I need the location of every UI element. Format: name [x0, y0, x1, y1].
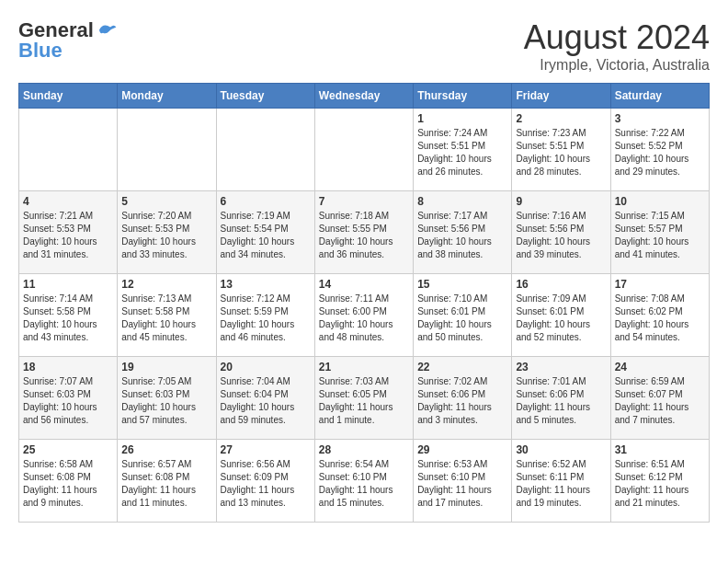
day-number: 6 — [221, 195, 311, 208]
calendar-cell: 8Sunrise: 7:17 AM Sunset: 5:56 PM Daylig… — [414, 191, 512, 274]
day-number: 11 — [23, 278, 113, 291]
calendar-cell: 10Sunrise: 7:15 AM Sunset: 5:57 PM Dayli… — [610, 191, 709, 274]
day-number: 14 — [319, 278, 409, 291]
day-info: Sunrise: 6:51 AM Sunset: 6:12 PM Dayligh… — [615, 458, 705, 510]
calendar-cell: 16Sunrise: 7:09 AM Sunset: 6:01 PM Dayli… — [512, 274, 610, 357]
location-text: Irymple, Victoria, Australia — [524, 57, 710, 74]
calendar-week-3: 11Sunrise: 7:14 AM Sunset: 5:58 PM Dayli… — [19, 274, 710, 357]
calendar-cell: 4Sunrise: 7:21 AM Sunset: 5:53 PM Daylig… — [19, 191, 118, 274]
calendar-cell: 12Sunrise: 7:13 AM Sunset: 5:58 PM Dayli… — [118, 274, 216, 357]
title-section: August 2024 Irymple, Victoria, Australia — [524, 18, 710, 74]
day-number: 26 — [121, 443, 211, 456]
day-info: Sunrise: 7:19 AM Sunset: 5:54 PM Dayligh… — [221, 210, 311, 261]
day-info: Sunrise: 6:57 AM Sunset: 6:08 PM Dayligh… — [121, 458, 211, 510]
day-info: Sunrise: 6:53 AM Sunset: 6:10 PM Dayligh… — [417, 458, 507, 510]
day-info: Sunrise: 7:16 AM Sunset: 5:56 PM Dayligh… — [516, 210, 606, 261]
calendar-cell: 6Sunrise: 7:19 AM Sunset: 5:54 PM Daylig… — [216, 191, 314, 274]
day-number: 31 — [615, 443, 705, 456]
calendar-week-2: 4Sunrise: 7:21 AM Sunset: 5:53 PM Daylig… — [19, 191, 710, 274]
day-number: 19 — [121, 361, 211, 373]
day-info: Sunrise: 7:08 AM Sunset: 6:02 PM Dayligh… — [615, 293, 705, 344]
day-info: Sunrise: 6:58 AM Sunset: 6:08 PM Dayligh… — [23, 458, 113, 510]
day-number: 15 — [417, 278, 507, 291]
calendar-cell: 26Sunrise: 6:57 AM Sunset: 6:08 PM Dayli… — [118, 440, 216, 523]
day-number: 7 — [319, 195, 409, 208]
calendar-table: SundayMondayTuesdayWednesdayThursdayFrid… — [18, 83, 710, 523]
day-info: Sunrise: 7:03 AM Sunset: 6:05 PM Dayligh… — [319, 375, 409, 427]
calendar-week-5: 25Sunrise: 6:58 AM Sunset: 6:08 PM Dayli… — [19, 440, 710, 523]
day-number: 21 — [319, 361, 409, 373]
logo-bird-icon — [96, 21, 118, 40]
calendar-cell: 13Sunrise: 7:12 AM Sunset: 5:59 PM Dayli… — [216, 274, 314, 357]
calendar-cell: 15Sunrise: 7:10 AM Sunset: 6:01 PM Dayli… — [414, 274, 512, 357]
day-info: Sunrise: 7:20 AM Sunset: 5:53 PM Dayligh… — [121, 210, 211, 261]
calendar-week-4: 18Sunrise: 7:07 AM Sunset: 6:03 PM Dayli… — [19, 357, 710, 440]
day-info: Sunrise: 7:14 AM Sunset: 5:58 PM Dayligh… — [23, 293, 113, 344]
weekday-header-sunday: Sunday — [19, 84, 118, 109]
day-number: 30 — [516, 443, 606, 456]
calendar-cell: 22Sunrise: 7:02 AM Sunset: 6:06 PM Dayli… — [414, 357, 512, 440]
calendar-cell: 27Sunrise: 6:56 AM Sunset: 6:09 PM Dayli… — [216, 440, 314, 523]
calendar-cell: 23Sunrise: 7:01 AM Sunset: 6:06 PM Dayli… — [512, 357, 610, 440]
day-info: Sunrise: 7:09 AM Sunset: 6:01 PM Dayligh… — [516, 293, 606, 344]
calendar-cell — [314, 109, 413, 191]
weekday-header-tuesday: Tuesday — [216, 84, 314, 109]
calendar-cell: 1Sunrise: 7:24 AM Sunset: 5:51 PM Daylig… — [414, 109, 512, 191]
calendar-cell: 5Sunrise: 7:20 AM Sunset: 5:53 PM Daylig… — [118, 191, 216, 274]
day-info: Sunrise: 6:52 AM Sunset: 6:11 PM Dayligh… — [516, 458, 606, 510]
day-number: 18 — [23, 361, 113, 373]
day-number: 9 — [516, 195, 606, 208]
day-number: 2 — [516, 112, 606, 125]
day-number: 1 — [417, 112, 507, 125]
day-number: 12 — [121, 278, 211, 291]
calendar-cell: 28Sunrise: 6:54 AM Sunset: 6:10 PM Dayli… — [314, 440, 413, 523]
calendar-cell: 19Sunrise: 7:05 AM Sunset: 6:03 PM Dayli… — [118, 357, 216, 440]
day-info: Sunrise: 7:07 AM Sunset: 6:03 PM Dayligh… — [23, 375, 113, 427]
logo: General Blue — [18, 18, 118, 63]
day-number: 20 — [221, 361, 311, 373]
logo-blue-text: Blue — [18, 39, 63, 63]
month-title: August 2024 — [524, 18, 710, 57]
day-number: 17 — [615, 278, 705, 291]
day-number: 10 — [615, 195, 705, 208]
day-info: Sunrise: 7:18 AM Sunset: 5:55 PM Dayligh… — [319, 210, 409, 261]
day-number: 5 — [121, 195, 211, 208]
day-number: 22 — [417, 361, 507, 373]
calendar-cell: 24Sunrise: 6:59 AM Sunset: 6:07 PM Dayli… — [610, 357, 709, 440]
calendar-cell — [118, 109, 216, 191]
calendar-cell: 7Sunrise: 7:18 AM Sunset: 5:55 PM Daylig… — [314, 191, 413, 274]
weekday-header-wednesday: Wednesday — [314, 84, 413, 109]
day-info: Sunrise: 7:04 AM Sunset: 6:04 PM Dayligh… — [221, 375, 311, 427]
weekday-header-monday: Monday — [118, 84, 216, 109]
weekday-header-friday: Friday — [512, 84, 610, 109]
day-number: 28 — [319, 443, 409, 456]
calendar-cell: 29Sunrise: 6:53 AM Sunset: 6:10 PM Dayli… — [414, 440, 512, 523]
day-number: 3 — [615, 112, 705, 125]
day-info: Sunrise: 6:59 AM Sunset: 6:07 PM Dayligh… — [615, 375, 705, 427]
calendar-cell: 30Sunrise: 6:52 AM Sunset: 6:11 PM Dayli… — [512, 440, 610, 523]
day-info: Sunrise: 7:13 AM Sunset: 5:58 PM Dayligh… — [121, 293, 211, 344]
weekday-header-saturday: Saturday — [610, 84, 709, 109]
day-number: 29 — [417, 443, 507, 456]
day-info: Sunrise: 6:56 AM Sunset: 6:09 PM Dayligh… — [221, 458, 311, 510]
day-number: 24 — [615, 361, 705, 373]
calendar-cell: 11Sunrise: 7:14 AM Sunset: 5:58 PM Dayli… — [19, 274, 118, 357]
calendar-cell: 25Sunrise: 6:58 AM Sunset: 6:08 PM Dayli… — [19, 440, 118, 523]
day-number: 25 — [23, 443, 113, 456]
day-info: Sunrise: 7:12 AM Sunset: 5:59 PM Dayligh… — [221, 293, 311, 344]
day-number: 13 — [221, 278, 311, 291]
calendar-cell: 21Sunrise: 7:03 AM Sunset: 6:05 PM Dayli… — [314, 357, 413, 440]
calendar-cell: 9Sunrise: 7:16 AM Sunset: 5:56 PM Daylig… — [512, 191, 610, 274]
day-info: Sunrise: 7:02 AM Sunset: 6:06 PM Dayligh… — [417, 375, 507, 427]
calendar-cell — [216, 109, 314, 191]
day-info: Sunrise: 7:01 AM Sunset: 6:06 PM Dayligh… — [516, 375, 606, 427]
calendar-cell: 14Sunrise: 7:11 AM Sunset: 6:00 PM Dayli… — [314, 274, 413, 357]
day-number: 4 — [23, 195, 113, 208]
calendar-week-1: 1Sunrise: 7:24 AM Sunset: 5:51 PM Daylig… — [19, 109, 710, 191]
calendar-cell: 2Sunrise: 7:23 AM Sunset: 5:51 PM Daylig… — [512, 109, 610, 191]
day-info: Sunrise: 7:21 AM Sunset: 5:53 PM Dayligh… — [23, 210, 113, 261]
day-number: 16 — [516, 278, 606, 291]
calendar-cell: 17Sunrise: 7:08 AM Sunset: 6:02 PM Dayli… — [610, 274, 709, 357]
day-info: Sunrise: 7:05 AM Sunset: 6:03 PM Dayligh… — [121, 375, 211, 427]
day-number: 23 — [516, 361, 606, 373]
